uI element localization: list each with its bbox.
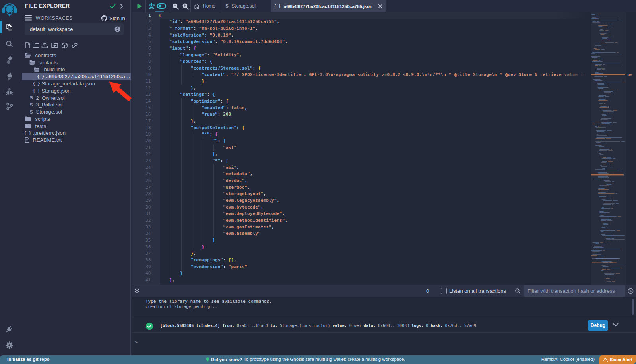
tab-home[interactable]: Home [190, 0, 220, 12]
code-token-ws [159, 92, 180, 97]
tree-item-label: 2_Owner.sol [36, 95, 132, 101]
activity-bar-item-debugger[interactable] [0, 88, 19, 96]
tree-item-3-ballot-sol[interactable]: S3_Ballot.sol [19, 101, 131, 108]
code-token-punc: , [282, 211, 285, 216]
expand-terminal-icon[interactable] [134, 288, 140, 294]
deploy-run-icon [5, 72, 14, 81]
clear-console-icon[interactable] [628, 288, 634, 294]
ai-copilot-icon[interactable] [148, 3, 155, 10]
long-line-fade [556, 12, 591, 285]
code-token-b1: { [159, 13, 161, 18]
code-token-key: "evmVersion" [191, 264, 223, 269]
tx-segment: from: [223, 323, 235, 328]
tree-item--prettierrc-json[interactable]: { }.prettierrc.json [19, 130, 131, 137]
code-token-punc: : [207, 92, 213, 97]
scam-alert-badge[interactable]: Scam Alert [599, 355, 636, 364]
code-token-punc: : [180, 19, 186, 24]
tab-label: a69b43f277ba20fcac141151250ca755.json [284, 4, 372, 9]
code-token-punc: , [234, 258, 237, 263]
code-token-punc: , [244, 178, 247, 183]
code-token-str: "abi" [223, 165, 237, 170]
tree-item-readme-txt[interactable]: README.txt [19, 137, 131, 144]
run-script-button[interactable] [137, 3, 142, 9]
sign-in-button[interactable]: Sign in [109, 15, 125, 21]
collapse-panel-icon[interactable] [120, 4, 123, 9]
tab-a69b43f277ba20fcac141151250ca755-json[interactable]: { }a69b43f277ba20fcac141151250ca755.json [271, 0, 386, 12]
listen-checkbox[interactable] [441, 288, 447, 294]
terminal-content: Type the library name to see available c… [132, 297, 636, 355]
tree-item-label: tests [35, 123, 132, 129]
code-token-b1: { [242, 125, 245, 130]
json-file-icon: { } [38, 74, 44, 79]
activity-bar-item-deploy-and-run[interactable] [0, 72, 19, 81]
activity-bar-item-settings[interactable] [0, 341, 19, 349]
code-token-str: "ast" [223, 145, 237, 150]
transaction-log-row[interactable]: [block:5583405 txIndex:4] from: 0xa03...… [132, 317, 636, 333]
minimap[interactable] [591, 12, 626, 285]
tree-item-label: build-info [44, 66, 132, 72]
activity-bar-item-solidity-compiler[interactable] [0, 56, 19, 65]
zoom-in-icon[interactable] [182, 3, 189, 10]
tree-item-a69b43f277ba20fcac141151250ca755-json[interactable]: { }a69b43f277ba20fcac141151250ca755.json [22, 73, 131, 80]
activity-bar-item-remix-logo[interactable] [0, 2, 19, 17]
code-token-ws [159, 132, 202, 137]
code-token-str: "evm.assembly" [223, 231, 261, 236]
file-icon [25, 137, 30, 143]
code-token-punc: , [172, 277, 175, 283]
code-token-ws [159, 39, 169, 44]
code-token-punc: : [204, 59, 210, 64]
tab-label: Home [203, 3, 215, 9]
new-file-icon[interactable] [25, 42, 30, 48]
code-token-str: "hh-sol-build-info-1" [199, 26, 255, 31]
tx-segment: 0x76d...57ad9 [443, 323, 476, 328]
folder-open-icon [25, 53, 31, 58]
activity-bar-item-plugin-manager[interactable] [0, 325, 19, 334]
code-token-key: "id" [169, 19, 180, 24]
folder-open-icon [29, 60, 35, 65]
tab-storage-sol[interactable]: SStorage.sol [220, 0, 271, 12]
create-workspace-icon[interactable] [61, 42, 68, 49]
workspace-select[interactable]: default_workspace [25, 23, 124, 35]
tree-item-scripts[interactable]: scripts [19, 115, 131, 122]
activity-bar-item-file-explorer[interactable] [0, 23, 19, 31]
code-token-punc: : [223, 264, 229, 269]
new-folder-icon[interactable] [33, 42, 39, 48]
workspace-sort-icon[interactable] [114, 26, 120, 32]
tree-item-2-owner-sol[interactable]: S2_Owner.sol [19, 94, 131, 101]
zoom-out-icon[interactable] [172, 3, 179, 10]
code-token-punc: , [277, 19, 279, 24]
code-token-str: "metadata" [223, 171, 250, 176]
activity-bar-item-git[interactable] [0, 102, 19, 110]
tree-item-storage-metadata-json[interactable]: { }Storage_metadata.json [19, 80, 131, 87]
scam-alert-label: Scam Alert [610, 357, 632, 362]
debug-button[interactable]: Debug [588, 320, 608, 331]
editor-scrollbar-strip[interactable]: us [626, 12, 636, 285]
ai-copilot-toggle[interactable] [157, 3, 166, 9]
tx-segment: logs: [411, 323, 423, 328]
expand-tx-icon[interactable] [613, 323, 619, 327]
close-tab-icon[interactable] [378, 4, 382, 8]
tree-item-contracts[interactable]: contracts [19, 52, 131, 59]
tree-item-artifacts[interactable]: artifacts [19, 59, 131, 66]
link-workspace-icon[interactable] [71, 42, 78, 48]
upload-file-icon[interactable] [41, 42, 48, 48]
tx-segment: hash: [430, 323, 442, 328]
did-you-know-title: Did you know? [211, 357, 242, 362]
terminal-scrollbar[interactable] [632, 299, 634, 315]
activity-bar-item-search[interactable] [0, 40, 19, 48]
upload-folder-icon[interactable] [51, 42, 58, 48]
code-token-ws [159, 66, 191, 71]
tree-item-storage-sol[interactable]: SStorage.sol [19, 108, 131, 116]
code-token-b1: } [202, 79, 204, 84]
code-token-key: "content" [202, 72, 226, 77]
filter-transactions-input[interactable] [524, 285, 625, 297]
tree-item-tests[interactable]: tests [19, 122, 131, 130]
code-token-b3: ] [212, 238, 215, 243]
code-token-punc: : [226, 72, 231, 77]
git-init-button[interactable]: Initialize as git repo [7, 357, 50, 362]
code-token-b1: } [191, 251, 194, 256]
workspaces-menu-icon[interactable] [25, 15, 32, 21]
tree-item-storage-json[interactable]: { }Storage.json [19, 87, 131, 94]
filter-search-icon[interactable] [515, 288, 521, 294]
tree-item-build-info[interactable]: build-info [19, 66, 131, 73]
